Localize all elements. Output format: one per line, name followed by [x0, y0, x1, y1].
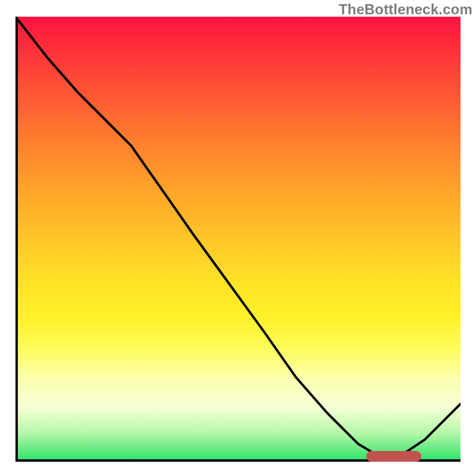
plot-area [15, 17, 461, 462]
watermark-text: TheBottleneck.com [339, 1, 472, 18]
chart-stage: TheBottleneck.com [0, 0, 476, 476]
